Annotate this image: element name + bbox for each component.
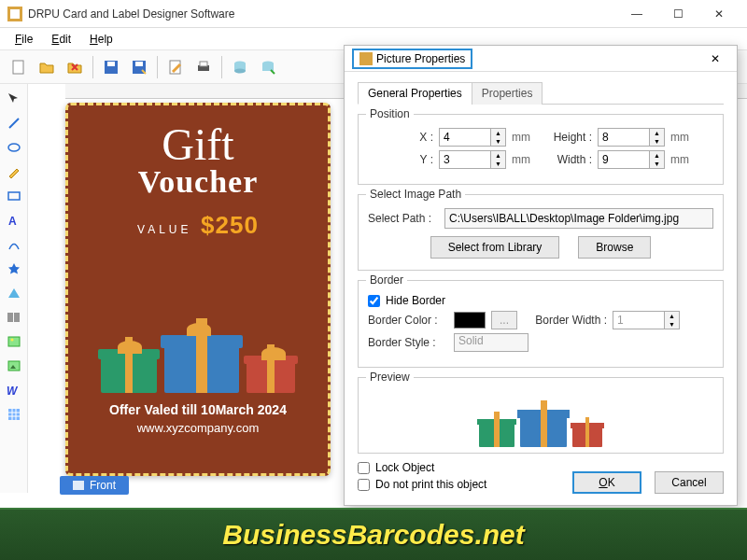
x-input[interactable] [439, 128, 491, 147]
card-value: VALUE $250 [81, 211, 315, 240]
page-tabs: Front [60, 474, 129, 497]
lock-object-checkbox[interactable] [358, 462, 370, 474]
cancel-button[interactable]: Cancel [655, 471, 724, 494]
database-export-icon[interactable] [255, 54, 281, 80]
svg-rect-17 [8, 192, 20, 200]
menu-edit[interactable]: Edit [44, 31, 78, 48]
width-spinner[interactable]: ▲▼ [650, 150, 665, 169]
new-icon[interactable] [6, 54, 32, 80]
database-icon[interactable] [227, 54, 253, 80]
rectangle-icon[interactable] [3, 185, 25, 207]
svg-rect-27 [8, 361, 20, 371]
browse-button[interactable]: Browse [578, 236, 651, 259]
border-color-swatch[interactable] [454, 312, 486, 329]
svg-point-12 [234, 68, 246, 73]
close-file-icon[interactable] [62, 54, 88, 80]
ok-button[interactable]: OK [572, 471, 641, 494]
brand-footer: BusinessBarcodes.net [0, 508, 747, 560]
wordart-icon[interactable]: W [3, 379, 25, 401]
select-from-library-button[interactable]: Select from Library [430, 236, 560, 259]
card-title-gift: Gift [81, 124, 315, 164]
border-width-input[interactable] [613, 311, 665, 329]
triangle-icon[interactable] [3, 282, 25, 304]
svg-rect-25 [8, 337, 20, 346]
tab-properties[interactable]: Properties [472, 82, 543, 105]
star-icon[interactable] [3, 258, 25, 280]
save-as-icon[interactable] [126, 54, 152, 80]
svg-rect-34 [359, 52, 373, 65]
svg-rect-9 [200, 62, 207, 66]
height-spinner[interactable]: ▲▼ [650, 128, 665, 147]
picture-icon [359, 52, 373, 65]
svg-point-26 [10, 339, 13, 342]
barcode-icon[interactable] [3, 306, 25, 329]
svg-rect-29 [8, 409, 20, 420]
app-icon [7, 7, 22, 21]
position-group: Position X : ▲▼ mm Height : ▲▼ mm Y : ▲▼… [358, 114, 724, 185]
image-icon[interactable] [3, 330, 25, 353]
svg-rect-6 [135, 62, 143, 66]
preview-image [368, 391, 713, 447]
menu-file[interactable]: File [7, 31, 40, 48]
dialog-titlebar: Picture Properties ✕ [345, 46, 737, 72]
card-url: www.xyzcompany.com [81, 421, 315, 435]
width-input[interactable] [598, 150, 650, 169]
svg-rect-2 [13, 61, 23, 74]
open-icon[interactable] [34, 54, 60, 80]
edit-icon[interactable] [162, 54, 189, 80]
svg-rect-4 [107, 62, 115, 66]
picture-properties-dialog: Picture Properties ✕ General Properties … [344, 45, 738, 506]
svg-line-15 [9, 119, 19, 128]
pencil-icon[interactable] [3, 161, 25, 183]
image-path-group: Select Image Path Select Path : Select f… [358, 194, 724, 271]
side-toolbar: A W [0, 84, 28, 493]
tab-general-properties[interactable]: General Properties [358, 82, 472, 105]
dialog-tabs: General Properties Properties [358, 81, 724, 105]
pointer-icon[interactable] [3, 88, 25, 110]
svg-rect-1 [10, 9, 20, 19]
y-input[interactable] [439, 150, 491, 169]
ellipse-icon[interactable] [3, 136, 25, 159]
hide-border-checkbox[interactable] [368, 295, 380, 307]
save-icon[interactable] [98, 54, 124, 80]
library-image-icon[interactable] [3, 355, 25, 377]
border-style-select[interactable]: Solid [454, 333, 529, 352]
arc-icon[interactable] [3, 233, 25, 256]
line-icon[interactable] [3, 112, 25, 134]
height-input[interactable] [598, 128, 650, 147]
svg-point-16 [8, 144, 20, 151]
dialog-title: Picture Properties [352, 49, 472, 69]
grid-icon[interactable] [3, 403, 25, 426]
card-offer-text: Offer Valed till 10March 2024 [81, 402, 315, 417]
maximize-button[interactable]: ☐ [657, 1, 698, 27]
border-width-spinner[interactable]: ▲▼ [665, 311, 680, 329]
do-not-print-checkbox[interactable] [358, 479, 370, 491]
card-gift-image [81, 253, 315, 393]
tab-front[interactable]: Front [60, 476, 129, 495]
image-path-input[interactable] [444, 208, 713, 229]
minimize-button[interactable]: — [616, 1, 657, 27]
card-design[interactable]: Gift Voucher VALUE $250 Offer Valed till… [65, 103, 331, 476]
menu-help[interactable]: Help [82, 31, 120, 48]
window-title: DRPU Card and Label Designer Software [28, 7, 616, 21]
dialog-close-button[interactable]: ✕ [701, 52, 729, 65]
titlebar: DRPU Card and Label Designer Software — … [0, 0, 747, 28]
y-spinner[interactable]: ▲▼ [491, 150, 506, 169]
text-icon[interactable]: A [3, 209, 25, 231]
card-title-voucher: Voucher [81, 164, 315, 200]
x-spinner[interactable]: ▲▼ [491, 128, 506, 147]
preview-group: Preview [358, 377, 724, 454]
svg-text:A: A [8, 215, 17, 228]
svg-text:W: W [7, 385, 19, 398]
print-icon[interactable] [190, 54, 217, 80]
border-color-picker-button[interactable]: ... [491, 311, 517, 329]
close-button[interactable]: ✕ [698, 1, 740, 27]
border-group: Border Hide Border Border Color : ... Bo… [358, 280, 724, 368]
